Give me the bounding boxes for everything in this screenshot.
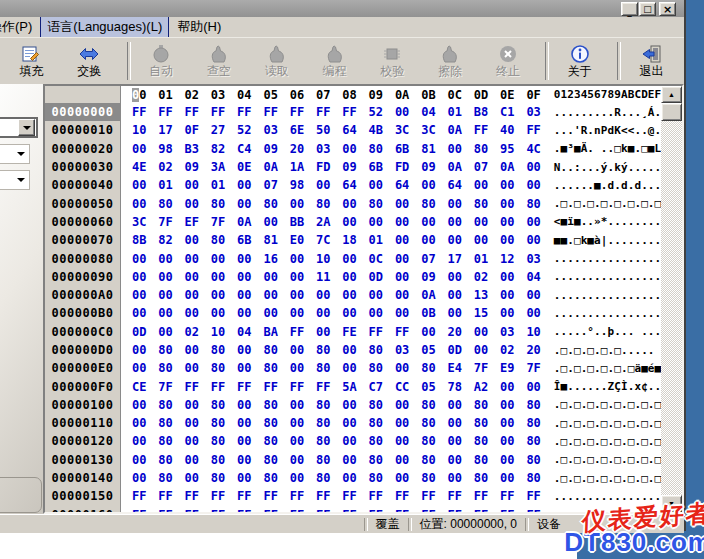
hex-byte[interactable]: 03: [494, 325, 520, 339]
hex-byte[interactable]: 80: [468, 142, 494, 156]
hex-byte[interactable]: 20: [284, 142, 310, 156]
hex-byte[interactable]: 80: [310, 453, 336, 467]
hex-byte[interactable]: 7F: [152, 215, 178, 229]
ascii-cell[interactable]: .■³■Ä. ..□k■.□■L: [554, 140, 661, 158]
hex-byte[interactable]: FF: [468, 508, 494, 512]
hex-byte[interactable]: 00: [205, 270, 231, 284]
ascii-cell[interactable]: ................: [554, 506, 661, 512]
scroll-up-button[interactable]: ▲: [661, 86, 682, 103]
hex-byte[interactable]: 80: [468, 434, 494, 448]
hex-byte[interactable]: 00: [494, 215, 520, 229]
hex-byte[interactable]: 00: [520, 178, 546, 192]
hex-byte[interactable]: 00: [231, 398, 257, 412]
hex-byte[interactable]: 00: [442, 215, 468, 229]
hex-byte[interactable]: 78: [442, 380, 468, 394]
hex-byte[interactable]: 80: [205, 471, 231, 485]
hex-byte[interactable]: 6E: [284, 123, 310, 137]
hex-byte[interactable]: 00: [336, 142, 362, 156]
hex-byte[interactable]: FF: [336, 508, 362, 512]
hex-byte[interactable]: FF: [363, 325, 389, 339]
hex-byte[interactable]: FF: [363, 508, 389, 512]
hex-byte[interactable]: 3A: [205, 160, 231, 174]
hex-byte[interactable]: 00: [442, 306, 468, 320]
hex-byte[interactable]: 09: [179, 160, 205, 174]
hex-byte[interactable]: FF: [310, 508, 336, 512]
hex-byte[interactable]: FF: [310, 489, 336, 503]
hex-byte[interactable]: 01: [152, 178, 178, 192]
hex-byte[interactable]: 11: [310, 270, 336, 284]
hex-byte[interactable]: 00: [310, 178, 336, 192]
ascii-cell[interactable]: ................: [554, 249, 661, 267]
hex-byte[interactable]: FF: [336, 489, 362, 503]
hex-byte[interactable]: 7C: [310, 233, 336, 247]
hex-byte[interactable]: 80: [468, 398, 494, 412]
hex-byte[interactable]: 80: [310, 471, 336, 485]
hex-byte[interactable]: B3: [179, 142, 205, 156]
hex-byte[interactable]: 12: [494, 252, 520, 266]
hex-byte[interactable]: FF: [494, 508, 520, 512]
hex-byte[interactable]: 80: [152, 453, 178, 467]
hex-byte[interactable]: FF: [415, 489, 441, 503]
hex-byte[interactable]: 04: [520, 270, 546, 284]
hex-byte[interactable]: 17: [442, 252, 468, 266]
hex-byte[interactable]: 10: [520, 325, 546, 339]
hex-byte[interactable]: 00: [179, 252, 205, 266]
hex-byte[interactable]: FF: [415, 508, 441, 512]
hex-byte[interactable]: 00: [494, 398, 520, 412]
hex-byte[interactable]: 00: [363, 306, 389, 320]
hex-byte[interactable]: FF: [126, 105, 152, 119]
hex-byte[interactable]: 00: [284, 288, 310, 302]
ascii-cell[interactable]: N..:...ý.ký.....: [554, 158, 661, 176]
hex-byte[interactable]: 7F: [152, 380, 178, 394]
hex-byte[interactable]: 0B: [415, 306, 441, 320]
hex-byte[interactable]: 3C: [126, 215, 152, 229]
hex-byte[interactable]: 00: [231, 471, 257, 485]
hex-byte[interactable]: 01: [468, 252, 494, 266]
hex-byte[interactable]: 00: [152, 306, 178, 320]
hex-byte[interactable]: 09: [415, 270, 441, 284]
hex-byte[interactable]: 00: [389, 270, 415, 284]
hex-byte[interactable]: 80: [257, 471, 283, 485]
hex-byte[interactable]: 03: [520, 105, 546, 119]
swap-button[interactable]: 交换: [64, 40, 115, 82]
hex-byte[interactable]: 80: [310, 343, 336, 357]
hex-byte[interactable]: 00: [389, 361, 415, 375]
hex-byte[interactable]: 00: [336, 306, 362, 320]
hex-byte[interactable]: 6B: [363, 160, 389, 174]
hex-byte[interactable]: 00: [442, 197, 468, 211]
hex-byte[interactable]: 00: [494, 416, 520, 430]
menu-language[interactable]: 语言(Languages)(L): [40, 17, 169, 37]
hex-byte[interactable]: 00: [389, 252, 415, 266]
hex-byte[interactable]: 80: [520, 434, 546, 448]
hex-byte[interactable]: 00: [152, 252, 178, 266]
hex-byte[interactable]: 00: [494, 380, 520, 394]
hex-byte[interactable]: 80: [152, 361, 178, 375]
hex-byte[interactable]: FF: [520, 123, 546, 137]
hex-byte[interactable]: 03: [389, 343, 415, 357]
menu-help[interactable]: 帮助(H): [170, 17, 228, 37]
hex-byte[interactable]: 00: [494, 306, 520, 320]
hex-byte[interactable]: 80: [415, 453, 441, 467]
hex-byte[interactable]: 80: [205, 343, 231, 357]
hex-byte[interactable]: 00: [310, 288, 336, 302]
hex-byte[interactable]: 07: [415, 252, 441, 266]
ascii-cell[interactable]: ■■.□k■à|........: [554, 231, 661, 249]
hex-byte[interactable]: FF: [310, 380, 336, 394]
hex-byte[interactable]: 52: [231, 123, 257, 137]
hex-byte[interactable]: FF: [126, 508, 152, 512]
ascii-cell[interactable]: ................: [554, 487, 661, 505]
hex-byte[interactable]: C4: [231, 142, 257, 156]
hex-byte[interactable]: 00: [231, 252, 257, 266]
hex-byte[interactable]: FF: [284, 105, 310, 119]
hex-byte[interactable]: 95: [494, 142, 520, 156]
hex-byte[interactable]: 04: [415, 105, 441, 119]
hex-byte[interactable]: 80: [363, 343, 389, 357]
ascii-cell[interactable]: .□.□.□.□.□.□ä■é■: [554, 359, 661, 377]
hex-byte[interactable]: 4C: [520, 142, 546, 156]
hex-byte[interactable]: 0A: [257, 160, 283, 174]
hex-byte[interactable]: 00: [126, 434, 152, 448]
hex-byte[interactable]: FF: [468, 489, 494, 503]
hex-byte[interactable]: 0D: [126, 325, 152, 339]
hex-byte[interactable]: 00: [336, 453, 362, 467]
hex-byte[interactable]: 00: [468, 343, 494, 357]
